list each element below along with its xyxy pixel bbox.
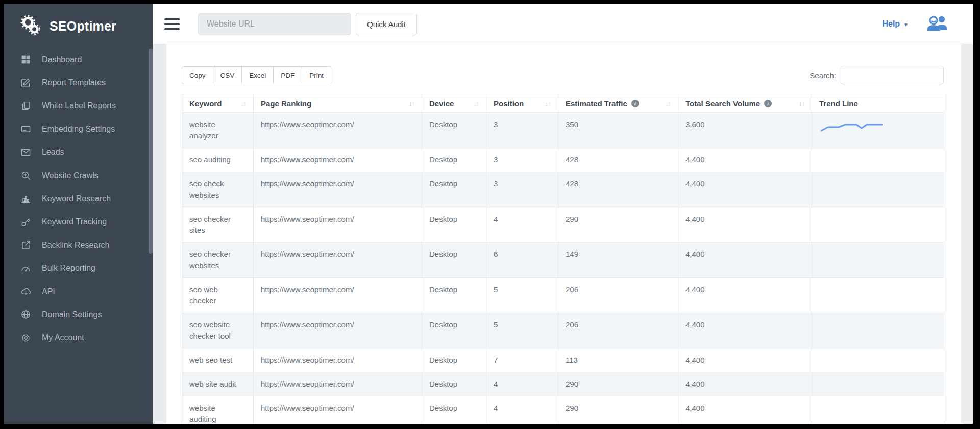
sidebar-nav: DashboardReport TemplatesWhite Label Rep… (4, 48, 153, 349)
sidebar-item-label: Leads (42, 148, 64, 157)
hamburger-menu-icon[interactable] (164, 18, 180, 30)
cell-trend (812, 172, 944, 207)
column-label: Total Search Volume (685, 99, 760, 108)
table-header-row: Keyword↓↑Page Ranking↓↑Device↓↑Position↓… (182, 94, 944, 113)
dashboard-icon (20, 54, 31, 65)
website-url-input[interactable] (198, 13, 351, 35)
topbar: Quick Audit Help ▼ (153, 4, 973, 44)
sidebar-item-bulk-reporting[interactable]: Bulk Reporting (4, 257, 153, 280)
sidebar-item-dashboard[interactable]: Dashboard (4, 48, 153, 71)
chevron-down-icon: ▼ (903, 22, 909, 28)
sort-icon: ↓↑ (405, 100, 414, 107)
account-users-icon[interactable] (926, 14, 949, 34)
column-header-estimated-traffic[interactable]: Estimated Traffici↓↑ (558, 94, 678, 113)
quick-audit-button[interactable]: Quick Audit (356, 13, 417, 35)
export-csv-button[interactable]: CSV (213, 66, 242, 84)
cell-keyword: web seo test (182, 348, 254, 372)
sidebar-item-keyword-tracking[interactable]: Keyword Tracking (4, 210, 153, 233)
column-header-total-search-volume[interactable]: Total Search Volumei↓↑ (678, 94, 812, 113)
export-pdf-button[interactable]: PDF (274, 66, 302, 84)
column-header-trend-line: Trend Line (812, 94, 944, 113)
sidebar-item-my-account[interactable]: My Account (4, 326, 153, 349)
sidebar-item-domain-settings[interactable]: Domain Settings (4, 303, 153, 326)
cell-position: 6 (486, 243, 558, 278)
column-header-position[interactable]: Position↓↑ (486, 94, 558, 113)
table-row: web site audithttps://www.seoptimer.com/… (182, 372, 944, 396)
sidebar-item-label: My Account (42, 333, 84, 342)
right-scrollbar-track[interactable] (961, 44, 973, 424)
sidebar-item-label: Keyword Tracking (42, 217, 107, 226)
cloud-download-icon (20, 286, 31, 297)
sidebar-item-label: White Label Reports (42, 101, 116, 110)
sidebar-item-report-templates[interactable]: Report Templates (4, 71, 153, 94)
key-icon (20, 216, 31, 227)
cell-volume: 4,400 (678, 372, 812, 396)
search-input[interactable] (841, 66, 944, 84)
column-header-page-ranking[interactable]: Page Ranking↓↑ (254, 94, 422, 113)
cell-device: Desktop (422, 313, 486, 348)
info-icon[interactable]: i (764, 100, 772, 107)
table-row: seo auditinghttps://www.seoptimer.com/De… (182, 148, 944, 172)
sidebar-item-leads[interactable]: Leads (4, 141, 153, 164)
cell-device: Desktop (422, 396, 486, 424)
cell-keyword: website auditing (182, 396, 254, 424)
export-copy-button[interactable]: Copy (182, 66, 213, 84)
cell-volume: 4,400 (678, 278, 812, 313)
cell-traffic: 206 (558, 278, 678, 313)
sidebar-item-label: Website Crawls (42, 171, 99, 180)
gauge-icon (20, 263, 31, 274)
cell-traffic: 113 (558, 348, 678, 372)
column-label: Page Ranking (261, 99, 311, 108)
column-header-keyword[interactable]: Keyword↓↑ (182, 94, 254, 113)
cell-keyword: website analyzer (182, 113, 254, 148)
sidebar-item-keyword-research[interactable]: Keyword Research (4, 187, 153, 210)
cell-position: 3 (486, 148, 558, 172)
cell-device: Desktop (422, 348, 486, 372)
column-header-device[interactable]: Device↓↑ (422, 94, 486, 113)
export-print-button[interactable]: Print (302, 66, 331, 84)
column-label: Keyword (189, 99, 222, 108)
sidebar-item-white-label-reports[interactable]: White Label Reports (4, 94, 153, 117)
keyword-tracking-table: Keyword↓↑Page Ranking↓↑Device↓↑Position↓… (182, 94, 944, 424)
cell-keyword: seo website checker tool (182, 313, 254, 348)
left-scrollbar-track[interactable] (153, 44, 166, 424)
cell-device: Desktop (422, 372, 486, 396)
help-label: Help (882, 19, 900, 29)
sidebar-item-api[interactable]: API (4, 280, 153, 303)
cell-device: Desktop (422, 172, 486, 207)
cell-volume: 4,400 (678, 148, 812, 172)
table-row: web seo testhttps://www.seoptimer.com/De… (182, 348, 944, 372)
sort-icon: ↓↑ (469, 100, 479, 107)
cell-keyword: seo checker websites (182, 243, 254, 278)
export-excel-button[interactable]: Excel (242, 66, 274, 84)
cell-keyword: seo check websites (182, 172, 254, 207)
sort-icon: ↓↑ (661, 100, 671, 107)
cell-traffic: 290 (558, 207, 678, 243)
cell-position: 5 (486, 313, 558, 348)
sidebar-scrollbar-thumb[interactable] (149, 49, 153, 254)
table-toolbar: CopyCSVExcelPDFPrint Search: (182, 66, 944, 84)
cell-volume: 4,400 (678, 348, 812, 372)
cell-traffic: 206 (558, 313, 678, 348)
search-label: Search: (810, 71, 836, 80)
help-menu[interactable]: Help ▼ (882, 19, 909, 29)
cell-page: https://www.seoptimer.com/ (254, 172, 422, 207)
external-link-icon (20, 240, 31, 251)
info-icon[interactable]: i (631, 100, 639, 107)
sidebar-item-label: Dashboard (42, 55, 82, 64)
trend-sparkline (819, 121, 886, 134)
logo[interactable]: SEOptimer (4, 4, 153, 48)
cell-traffic: 428 (558, 172, 678, 207)
sidebar-item-label: Bulk Reporting (42, 264, 95, 273)
cell-trend (812, 148, 944, 172)
sidebar-item-backlink-research[interactable]: Backlink Research (4, 233, 153, 256)
sidebar-item-website-crawls[interactable]: Website Crawls (4, 164, 153, 187)
sidebar-item-label: API (42, 287, 55, 296)
search-area: Search: (810, 66, 944, 84)
sidebar-item-embedding-settings[interactable]: Embedding Settings (4, 117, 153, 140)
cell-keyword: seo checker sites (182, 207, 254, 243)
cell-page: https://www.seoptimer.com/ (254, 148, 422, 172)
cell-device: Desktop (422, 278, 486, 313)
column-label: Device (429, 99, 454, 108)
column-label: Position (494, 99, 524, 108)
